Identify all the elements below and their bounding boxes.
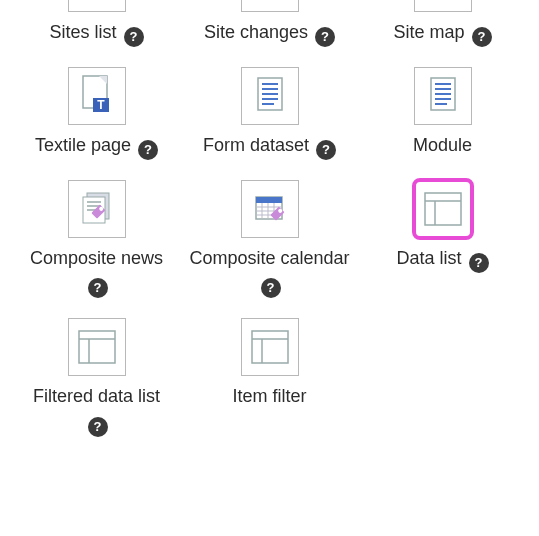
item-filter-icon	[241, 318, 299, 376]
svg-rect-24	[256, 197, 282, 203]
help-icon[interactable]	[88, 417, 108, 437]
item-label: Module	[413, 135, 472, 155]
form-dataset-icon	[241, 67, 299, 125]
help-icon[interactable]	[124, 27, 144, 47]
help-icon[interactable]	[261, 278, 281, 298]
composite-news-icon	[68, 180, 126, 238]
sites-list-icon	[68, 0, 126, 12]
item-composite-calendar[interactable]: Composite calendar	[183, 174, 356, 312]
svg-rect-36	[79, 331, 115, 363]
help-icon[interactable]	[469, 253, 489, 273]
help-icon[interactable]	[316, 140, 336, 160]
item-composite-news[interactable]: Composite news	[10, 174, 183, 312]
item-label: Composite calendar	[189, 248, 349, 268]
item-label: Data list	[396, 248, 461, 268]
textile-page-icon: T	[68, 67, 126, 125]
item-textile-page[interactable]: T Textile page	[10, 61, 183, 174]
item-module[interactable]: Module	[356, 61, 529, 174]
help-icon[interactable]	[472, 27, 492, 47]
item-filtered-data-list[interactable]: Filtered data list	[10, 312, 183, 450]
help-icon[interactable]	[88, 278, 108, 298]
module-icon	[414, 67, 472, 125]
item-label: Filtered data list	[33, 386, 160, 406]
item-site-map[interactable]: Site map	[356, 0, 529, 61]
svg-rect-39	[252, 331, 288, 363]
item-form-dataset[interactable]: Form dataset	[183, 61, 356, 174]
svg-rect-33	[425, 193, 461, 225]
site-map-icon	[414, 0, 472, 12]
filtered-data-list-icon	[68, 318, 126, 376]
item-label: Composite news	[30, 248, 163, 268]
site-changes-icon	[241, 0, 299, 12]
item-data-list[interactable]: Data list	[356, 174, 529, 312]
item-label: Site changes	[204, 22, 308, 42]
item-label: Sites list	[49, 22, 116, 42]
item-item-filter[interactable]: Item filter	[183, 312, 356, 450]
help-icon[interactable]	[315, 27, 335, 47]
module-grid: Sites list Site changes Site map T Texti	[0, 0, 539, 451]
item-label: Textile page	[35, 135, 131, 155]
item-site-changes[interactable]: Site changes	[183, 0, 356, 61]
item-label: Item filter	[232, 386, 306, 406]
item-label: Form dataset	[203, 135, 309, 155]
data-list-icon	[414, 180, 472, 238]
item-label: Site map	[393, 22, 464, 42]
composite-calendar-icon	[241, 180, 299, 238]
help-icon[interactable]	[138, 140, 158, 160]
item-sites-list[interactable]: Sites list	[10, 0, 183, 61]
svg-text:T: T	[97, 98, 105, 112]
